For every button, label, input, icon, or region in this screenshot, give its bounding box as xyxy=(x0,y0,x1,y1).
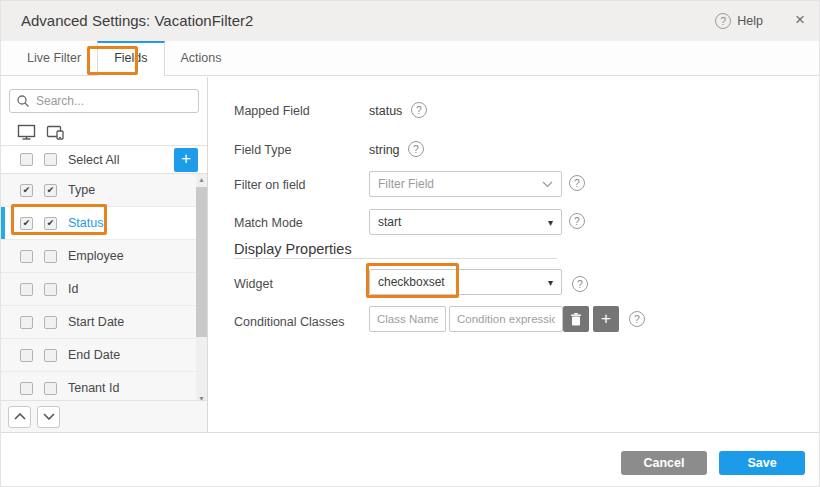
field-list: ✔ ✔ Type ✔ ✔ Status Employee Id xyxy=(1,174,207,405)
mapped-field-value: status xyxy=(369,104,402,118)
dialog-footer: Cancel Save xyxy=(1,432,820,487)
status-web-checkbox[interactable]: ✔ xyxy=(20,217,33,230)
add-class-button[interactable]: + xyxy=(593,306,619,332)
field-row-id[interactable]: Id xyxy=(1,273,207,306)
field-label: Type xyxy=(68,183,95,197)
filter-on-field-select[interactable]: Filter Field xyxy=(369,171,562,197)
field-row-employee[interactable]: Employee xyxy=(1,240,207,273)
tenant-id-mobile-checkbox[interactable] xyxy=(44,382,57,395)
search-icon xyxy=(16,94,30,108)
help-icon: ? xyxy=(715,13,731,29)
add-field-button[interactable]: + xyxy=(174,148,198,172)
scroll-up-icon[interactable]: ▲ xyxy=(196,175,207,185)
dialog-header: Advanced Settings: VacationFilter2 ? Hel… xyxy=(1,1,820,41)
cancel-button[interactable]: Cancel xyxy=(621,451,707,475)
mobile-devices-icon xyxy=(46,124,65,140)
id-mobile-checkbox[interactable] xyxy=(44,283,57,296)
fields-sidebar: Select All + ✔ ✔ Type ✔ ✔ Status Employe… xyxy=(1,77,208,432)
tenant-id-web-checkbox[interactable] xyxy=(20,382,33,395)
condition-expression-input[interactable] xyxy=(449,306,563,332)
widget-select[interactable]: checkboxset ▾ xyxy=(369,269,562,295)
select-all-mobile-checkbox[interactable] xyxy=(44,153,57,166)
tab-bar: Live Filter Fields Actions xyxy=(1,41,820,76)
field-label: Tenant Id xyxy=(68,381,119,395)
chevron-down-icon xyxy=(542,181,553,188)
trash-icon xyxy=(570,313,582,326)
type-mobile-checkbox[interactable]: ✔ xyxy=(44,184,57,197)
employee-web-checkbox[interactable] xyxy=(20,250,33,263)
field-row-end-date[interactable]: End Date xyxy=(1,339,207,372)
field-label: Status xyxy=(68,216,103,230)
mapped-field-help-icon[interactable]: ? xyxy=(411,102,427,118)
help-button[interactable]: ? Help xyxy=(715,13,763,29)
help-label: Help xyxy=(737,14,763,28)
filter-on-field-label: Filter on field xyxy=(234,178,306,192)
tab-actions[interactable]: Actions xyxy=(165,41,238,75)
end-date-web-checkbox[interactable] xyxy=(20,349,33,362)
widget-value: checkboxset xyxy=(378,275,445,289)
search-box xyxy=(9,89,199,113)
match-mode-label: Match Mode xyxy=(234,216,303,230)
select-all-row[interactable]: Select All + xyxy=(1,146,207,174)
field-row-type[interactable]: ✔ ✔ Type xyxy=(1,174,207,207)
field-label: End Date xyxy=(68,348,120,362)
delete-class-button[interactable] xyxy=(563,306,589,332)
field-type-value: string xyxy=(369,143,400,157)
field-settings-panel: Mapped Field status ? Field Type string … xyxy=(209,77,820,432)
save-button[interactable]: Save xyxy=(719,451,805,475)
field-reorder-bar xyxy=(1,400,207,432)
dropdown-arrow-icon: ▾ xyxy=(548,217,553,228)
move-down-button[interactable] xyxy=(37,406,60,428)
field-label: Start Date xyxy=(68,315,124,329)
employee-mobile-checkbox[interactable] xyxy=(44,250,57,263)
conditional-classes-label: Conditional Classes xyxy=(234,315,344,329)
select-all-label: Select All xyxy=(68,153,119,167)
field-label: Employee xyxy=(68,249,124,263)
field-type-help-icon[interactable]: ? xyxy=(408,141,424,157)
search-input[interactable] xyxy=(9,89,199,113)
match-mode-value: start xyxy=(378,215,401,229)
select-all-web-checkbox[interactable] xyxy=(20,153,33,166)
end-date-mobile-checkbox[interactable] xyxy=(44,349,57,362)
widget-help-icon[interactable]: ? xyxy=(572,276,588,292)
section-divider xyxy=(234,258,557,259)
list-scrollbar[interactable]: ▲ ▼ xyxy=(196,174,207,405)
conditional-classes-help-icon[interactable]: ? xyxy=(629,311,645,327)
scrollbar-thumb[interactable] xyxy=(196,187,207,337)
id-web-checkbox[interactable] xyxy=(20,283,33,296)
class-name-input[interactable] xyxy=(369,306,446,332)
type-web-checkbox[interactable]: ✔ xyxy=(20,184,33,197)
field-label: Id xyxy=(68,282,78,296)
device-column-headers xyxy=(1,119,207,146)
tab-fields[interactable]: Fields xyxy=(97,41,164,76)
mapped-field-label: Mapped Field xyxy=(234,104,310,118)
advanced-settings-dialog: Advanced Settings: VacationFilter2 ? Hel… xyxy=(0,0,820,487)
filter-on-field-placeholder: Filter Field xyxy=(378,177,434,191)
close-icon[interactable]: × xyxy=(795,11,805,29)
status-mobile-checkbox[interactable]: ✔ xyxy=(44,217,57,230)
start-date-mobile-checkbox[interactable] xyxy=(44,316,57,329)
widget-label: Widget xyxy=(234,277,273,291)
display-properties-heading: Display Properties xyxy=(234,241,352,257)
match-mode-select[interactable]: start ▾ xyxy=(369,209,562,235)
tab-live-filter[interactable]: Live Filter xyxy=(11,41,97,75)
field-type-label: Field Type xyxy=(234,143,291,157)
dialog-title: Advanced Settings: VacationFilter2 xyxy=(21,12,253,29)
move-up-button[interactable] xyxy=(8,406,31,428)
field-row-start-date[interactable]: Start Date xyxy=(1,306,207,339)
start-date-web-checkbox[interactable] xyxy=(20,316,33,329)
filter-on-field-help-icon[interactable]: ? xyxy=(569,175,585,191)
desktop-icon xyxy=(17,124,36,140)
dropdown-arrow-icon: ▾ xyxy=(548,277,553,288)
field-row-status[interactable]: ✔ ✔ Status xyxy=(1,207,207,240)
match-mode-help-icon[interactable]: ? xyxy=(569,213,585,229)
